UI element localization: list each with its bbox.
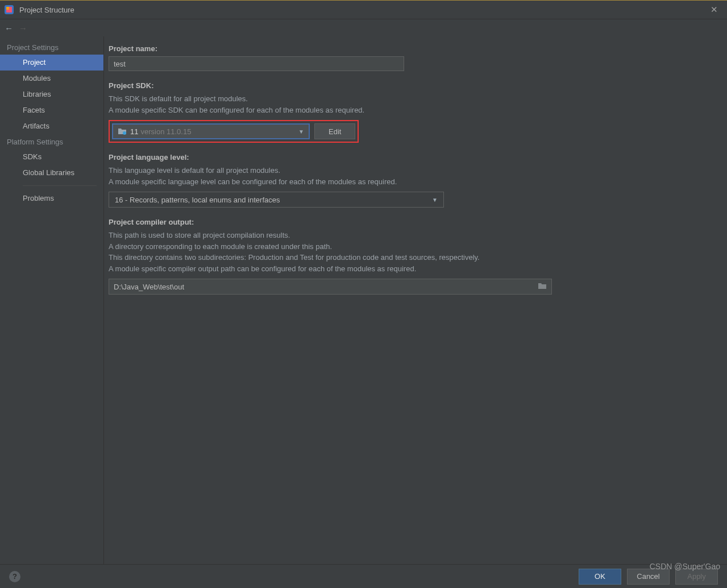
project-sdk-label: Project SDK:: [109, 81, 716, 90]
compiler-output-desc3: This directory contains two subdirectori…: [109, 252, 716, 263]
chevron-down-icon: ▼: [432, 197, 438, 203]
sdk-edit-button[interactable]: Edit: [314, 123, 355, 139]
sidebar-item-libraries[interactable]: Libraries: [0, 86, 103, 102]
sidebar-heading-platform-settings: Platform Settings: [0, 134, 103, 149]
project-sdk-desc2: A module specific SDK can be configured …: [109, 105, 716, 116]
sidebar-item-label: Project: [23, 58, 45, 67]
sidebar-item-project[interactable]: Project: [0, 55, 103, 71]
sidebar-heading-project-settings: Project Settings: [0, 40, 103, 55]
sidebar-item-artifacts[interactable]: Artifacts: [0, 118, 103, 134]
compiler-output-field: [109, 279, 552, 295]
sidebar-item-label: Libraries: [23, 90, 51, 98]
nav-forward-icon[interactable]: →: [19, 23, 27, 33]
compiler-output-section: Project compiler output: This path is us…: [109, 218, 716, 295]
help-icon[interactable]: ?: [9, 571, 20, 582]
sidebar-item-label: Global Libraries: [23, 168, 74, 177]
close-icon[interactable]: ✕: [706, 2, 722, 17]
compiler-output-desc4: A module specific compiler output path c…: [109, 263, 716, 275]
project-sdk-section: Project SDK: This SDK is default for all…: [109, 81, 716, 143]
dialog-footer: ? OK Cancel Apply: [0, 564, 727, 588]
content-pane: Project name: Project SDK: This SDK is d…: [104, 36, 727, 564]
sidebar-item-problems[interactable]: Problems: [0, 191, 103, 206]
language-level-desc1: This language level is default for all p…: [109, 165, 716, 176]
folder-icon: [118, 127, 127, 135]
svg-point-3: [123, 131, 126, 135]
sidebar-item-global-libraries[interactable]: Global Libraries: [0, 165, 103, 181]
app-icon: [5, 5, 14, 14]
language-level-dropdown[interactable]: 16 - Records, patterns, local enums and …: [109, 192, 444, 208]
language-level-selected: 16 - Records, patterns, local enums and …: [115, 196, 280, 204]
sidebar-item-modules[interactable]: Modules: [0, 71, 103, 86]
svg-rect-2: [6, 7, 9, 10]
cancel-button[interactable]: Cancel: [627, 569, 670, 585]
sidebar-item-label: Modules: [23, 74, 51, 82]
sidebar-item-label: Artifacts: [23, 122, 49, 130]
sidebar-separator: [23, 185, 97, 186]
nav-back-icon[interactable]: ←: [5, 23, 13, 33]
chevron-down-icon: ▼: [298, 129, 304, 135]
sidebar-item-facets[interactable]: Facets: [0, 102, 103, 118]
titlebar: Project Structure ✕: [0, 0, 727, 19]
sdk-highlight-annotation: 11 version 11.0.15 ▼ Edit: [109, 120, 359, 143]
language-level-desc2: A module specific language level can be …: [109, 176, 716, 188]
project-sdk-dropdown[interactable]: 11 version 11.0.15 ▼: [112, 123, 310, 139]
sidebar-item-label: SDKs: [23, 152, 41, 161]
sidebar: Project Settings Project Modules Librari…: [0, 36, 104, 564]
compiler-output-label: Project compiler output:: [109, 218, 716, 226]
compiler-output-desc1: This path is used to store all project c…: [109, 230, 716, 241]
nav-toolbar: ← →: [0, 19, 727, 36]
project-name-section: Project name:: [109, 44, 716, 71]
sdk-name-text: 11: [130, 127, 138, 136]
ok-button[interactable]: OK: [579, 569, 621, 585]
apply-button[interactable]: Apply: [675, 569, 718, 585]
project-name-input[interactable]: [109, 56, 404, 71]
window-title: Project Structure: [19, 6, 74, 14]
language-level-section: Project language level: This language le…: [109, 153, 716, 208]
language-level-label: Project language level:: [109, 153, 716, 162]
browse-folder-icon[interactable]: [538, 282, 547, 292]
compiler-output-input[interactable]: [114, 283, 538, 291]
sidebar-item-label: Facets: [23, 106, 45, 114]
project-sdk-desc1: This SDK is default for all project modu…: [109, 93, 716, 105]
compiler-output-desc2: A directory corresponding to each module…: [109, 241, 716, 252]
sidebar-item-label: Problems: [23, 194, 54, 202]
sidebar-item-sdks[interactable]: SDKs: [0, 149, 103, 165]
project-name-label: Project name:: [109, 44, 716, 53]
sdk-version-text: version 11.0.15: [140, 127, 191, 136]
